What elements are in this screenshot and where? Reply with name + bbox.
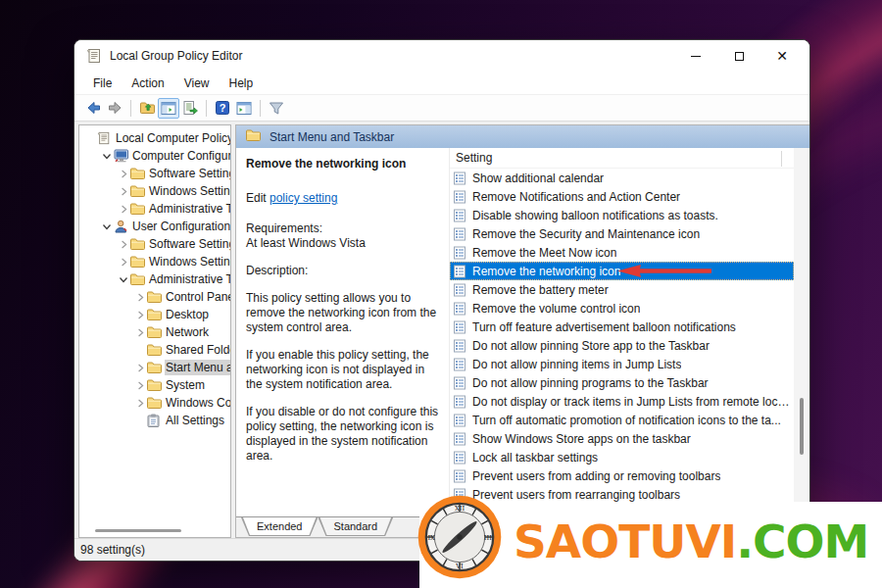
tree-item-software-settings[interactable]: Software Settings — [79, 235, 230, 253]
extended-view-body: Remove the networking icon Edit policy s… — [236, 148, 809, 516]
tree-item-computer-configura[interactable]: Computer Configura — [79, 147, 230, 165]
tab-standard[interactable]: Standard — [318, 517, 393, 536]
up-folder-icon[interactable] — [136, 98, 158, 119]
folder-icon — [130, 203, 148, 215]
tree-item-administrative-te[interactable]: Administrative Te — [79, 270, 230, 288]
setting-column-header[interactable]: Setting — [450, 148, 794, 169]
folder-icon — [130, 256, 148, 268]
tree-item-start-menu-ar[interactable]: Start Menu ar — [79, 359, 230, 376]
tree-item-all-settings[interactable]: All Settings — [79, 412, 230, 429]
column-divider[interactable] — [781, 151, 782, 167]
setting-row-do-not-allow-pinning-store-app-to-the-taskbar[interactable]: Do not allow pinning Store app to the Ta… — [450, 336, 794, 355]
edit-policy-setting-link[interactable]: policy setting — [270, 191, 337, 205]
description-paragraph: If you enable this policy setting, the n… — [246, 348, 439, 392]
setting-row-show-additional-calendar[interactable]: Show additional calendar — [450, 169, 794, 187]
window-controls: ✕ — [674, 40, 804, 72]
tree-item-control-panel[interactable]: Control Panel — [79, 288, 230, 306]
close-button[interactable]: ✕ — [760, 40, 804, 72]
setting-row-disable-showing-balloon-notifications-as-toasts[interactable]: Disable showing balloon notifications as… — [450, 206, 794, 224]
policy-description-pane: Remove the networking icon Edit policy s… — [236, 148, 450, 516]
setting-row-remove-the-security-and-maintenance-icon[interactable]: Remove the Security and Maintenance icon — [450, 224, 794, 243]
back-icon[interactable] — [82, 98, 104, 119]
chevron-right-icon[interactable] — [117, 170, 130, 178]
help-icon[interactable]: ? — [212, 98, 233, 119]
settings-list: Show additional calendarRemove Notificat… — [450, 169, 794, 504]
chevron-right-icon[interactable] — [117, 205, 130, 214]
forward-icon[interactable] — [104, 98, 125, 119]
setting-row-lock-all-taskbar-settings[interactable]: Lock all taskbar settings — [450, 448, 794, 466]
tab-label: Standard — [318, 517, 392, 535]
tree-item-windows-cor[interactable]: Windows Cor — [79, 394, 230, 412]
setting-label: Remove the Security and Maintenance icon — [469, 227, 700, 241]
folder-icon — [147, 397, 165, 409]
setting-row-turn-off-automatic-promotion-of-notification-icons-to-the-ta[interactable]: Turn off automatic promotion of notifica… — [450, 411, 794, 429]
console-tree-icon[interactable] — [158, 98, 179, 119]
chevron-down-icon[interactable] — [100, 152, 114, 161]
folder-icon — [147, 362, 165, 373]
selected-policy-name: Remove the networking icon — [246, 157, 439, 172]
menu-help[interactable]: Help — [220, 74, 263, 93]
vertical-scrollbar[interactable] — [794, 148, 809, 516]
action-pane-icon[interactable] — [233, 98, 255, 119]
setting-row-remove-notifications-and-action-center[interactable]: Remove Notifications and Action Center — [450, 187, 794, 206]
policy-setting-icon — [454, 376, 469, 390]
scrollbar-thumb[interactable] — [800, 398, 804, 455]
setting-row-turn-off-feature-advertisement-balloon-notifications[interactable]: Turn off feature advertisement balloon n… — [450, 318, 794, 336]
setting-row-prevent-users-from-adding-or-removing-toolbars[interactable]: Prevent users from adding or removing to… — [450, 466, 794, 485]
setting-row-remove-the-battery-meter[interactable]: Remove the battery meter — [450, 280, 794, 299]
tree-item-desktop[interactable]: Desktop — [79, 306, 230, 323]
menu-view[interactable]: View — [175, 74, 219, 93]
chevron-right-icon[interactable] — [133, 311, 147, 319]
tree-item-label: Computer Configura — [131, 149, 231, 163]
policy-setting-icon — [454, 283, 469, 297]
tree-item-software-settings[interactable]: Software Settings — [79, 165, 230, 182]
tree-item-local-computer-policy[interactable]: Local Computer Policy — [79, 129, 230, 147]
setting-row-remove-the-meet-now-icon[interactable]: Remove the Meet Now icon — [450, 243, 794, 262]
chevron-right-icon[interactable] — [133, 328, 147, 337]
tree-item-user-configuration[interactable]: User Configuration — [79, 218, 230, 235]
policy-setting-icon — [454, 432, 469, 446]
minimize-button[interactable] — [674, 40, 717, 72]
title-bar[interactable]: Local Group Policy Editor ✕ — [74, 40, 809, 72]
tree-item-network[interactable]: Network — [79, 323, 230, 341]
chevron-right-icon[interactable] — [133, 364, 147, 372]
tree-item-administrative-te[interactable]: Administrative Te — [79, 200, 230, 218]
setting-label: Show Windows Store apps on the taskbar — [469, 432, 691, 446]
maximize-icon — [735, 52, 744, 61]
export-list-icon[interactable] — [179, 98, 201, 119]
chevron-right-icon[interactable] — [117, 258, 130, 267]
horizontal-scrollbar-thumb[interactable] — [95, 529, 181, 532]
menu-file[interactable]: File — [84, 74, 121, 93]
chevron-right-icon[interactable] — [133, 381, 147, 390]
setting-row-remove-the-networking-icon[interactable]: Remove the networking icon — [450, 262, 794, 280]
setting-label: Lock all taskbar settings — [469, 451, 598, 465]
setting-row-do-not-allow-pinning-programs-to-the-taskbar[interactable]: Do not allow pinning programs to the Tas… — [450, 373, 794, 392]
tree-item-windows-setting[interactable]: Windows Setting — [79, 182, 230, 200]
tree-item-system[interactable]: System — [79, 376, 230, 394]
svg-text:IX: IX — [427, 534, 435, 542]
folder-icon — [147, 379, 165, 391]
tree-item-windows-setting[interactable]: Windows Setting — [79, 253, 230, 270]
menu-action[interactable]: Action — [122, 74, 172, 93]
filter-icon[interactable] — [266, 98, 287, 119]
chevron-right-icon[interactable] — [133, 399, 147, 408]
chevron-right-icon[interactable] — [133, 293, 147, 302]
setting-label: Remove the battery meter — [469, 283, 609, 297]
tree-item-shared-folder[interactable]: Shared Folder — [79, 341, 230, 359]
policy-setting-icon — [454, 414, 469, 427]
toolbar-separator — [206, 100, 207, 117]
setting-row-remove-the-volume-control-icon[interactable]: Remove the volume control icon — [450, 299, 794, 318]
setting-label: Do not allow pinning programs to the Tas… — [469, 376, 709, 390]
setting-row-show-windows-store-apps-on-the-taskbar[interactable]: Show Windows Store apps on the taskbar — [450, 429, 794, 448]
setting-row-do-not-display-or-track-items-in-jump-lists-from-remote-loca[interactable]: Do not display or track items in Jump Li… — [450, 392, 794, 411]
tab-extended[interactable]: Extended — [241, 517, 318, 536]
chevron-right-icon[interactable] — [117, 240, 130, 249]
maximize-button[interactable] — [717, 40, 760, 72]
svg-text:III: III — [484, 534, 492, 542]
chevron-down-icon[interactable] — [117, 275, 130, 284]
policy-setting-icon — [454, 395, 469, 409]
setting-row-do-not-allow-pinning-items-in-jump-lists[interactable]: Do not allow pinning items in Jump Lists — [450, 355, 794, 373]
svg-text:?: ? — [220, 102, 226, 114]
chevron-right-icon[interactable] — [117, 187, 130, 196]
chevron-down-icon[interactable] — [100, 222, 114, 231]
